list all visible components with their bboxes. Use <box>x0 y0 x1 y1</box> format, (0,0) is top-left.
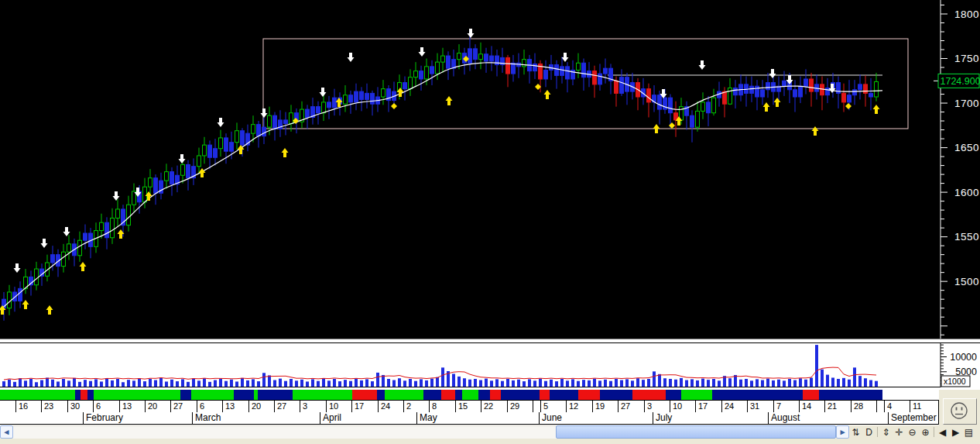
volume-pane-canvas[interactable]: 100005000x1000 <box>0 342 980 390</box>
pan-icon[interactable]: ✛ <box>893 426 906 439</box>
date-tick-cell: 17 <box>695 401 721 412</box>
month-separator <box>320 412 320 425</box>
month-separator <box>192 412 193 425</box>
chart-toolbar: ⇅D⇕✛⊖⊕◀▶▤ <box>849 425 980 439</box>
date-tick-cell: 12 <box>566 401 592 412</box>
month-label: May <box>420 412 437 425</box>
scrollbar-thumb[interactable] <box>556 425 836 439</box>
charting-application-window: 18001750170016501600155015001724.900 100… <box>0 0 980 444</box>
month-separator <box>83 412 84 425</box>
date-tick-cell: 16 <box>15 401 41 412</box>
date-tick-cell: 27 <box>618 401 644 412</box>
ribbon-segment <box>87 390 94 400</box>
ribbon-segment <box>578 390 600 400</box>
smiley-icon <box>944 399 975 422</box>
svg-text:1700: 1700 <box>954 98 979 109</box>
svg-text:1550: 1550 <box>954 231 979 243</box>
svg-text:1500: 1500 <box>954 276 979 287</box>
ribbon-segment <box>681 390 712 400</box>
date-tick-cell: 7 <box>773 401 799 412</box>
trend-ribbon <box>0 390 939 400</box>
date-tick-cell: 14 <box>799 401 824 412</box>
svg-text:1650: 1650 <box>954 142 979 153</box>
ribbon-segment <box>478 390 490 400</box>
ribbon-segment <box>75 390 81 400</box>
date-axis-row: 1623306132027613202731017242815222951219… <box>0 400 939 412</box>
ribbon-segment <box>803 390 819 400</box>
date-tick-cell: 10 <box>326 401 351 412</box>
horizontal-scrollbar-row: ◂ ▸ ⇅D⇕✛⊖⊕◀▶▤ <box>0 425 980 439</box>
date-tick-cell: 24 <box>721 401 747 412</box>
svg-text:1724.900: 1724.900 <box>941 76 980 87</box>
ribbon-segment <box>423 390 441 400</box>
menu-icon[interactable]: ▤ <box>962 426 975 439</box>
refresh-icon[interactable]: ⇅ <box>849 426 862 439</box>
date-tick-cell: 5 <box>540 401 566 412</box>
ribbon-segment <box>191 390 234 400</box>
svg-text:10000: 10000 <box>950 352 977 363</box>
ribbon-segment <box>81 390 87 400</box>
date-tick-cell: 8 <box>429 401 455 412</box>
price-chart-canvas[interactable]: 18001750170016501600155015001724.900 <box>0 0 980 339</box>
date-tick-cell: 10 <box>670 401 695 412</box>
status-strip <box>0 439 980 444</box>
svg-text:1800: 1800 <box>954 9 979 20</box>
toolbar-separator <box>877 427 878 437</box>
prev-icon[interactable]: ◀ <box>936 426 949 439</box>
ribbon-segment <box>600 390 632 400</box>
ribbon-segment <box>441 390 455 400</box>
next-icon[interactable]: ▶ <box>949 426 962 439</box>
ribbon-segment <box>550 390 578 400</box>
date-tick-cell: 3 <box>300 401 326 412</box>
ribbon-segment <box>540 390 550 400</box>
ribbon-segment <box>455 390 462 400</box>
scroll-right-button[interactable]: ▸ <box>836 425 849 439</box>
scroll-right-icon: ▸ <box>841 427 845 436</box>
date-tick-cell: 29 <box>507 401 533 412</box>
date-tick-cell: 27 <box>170 401 197 412</box>
month-label: March <box>195 412 221 425</box>
daily-interval-icon[interactable]: D <box>862 426 875 439</box>
month-separator <box>768 412 769 425</box>
date-tick-cell: 6 <box>93 401 119 412</box>
date-tick-cell: 3 <box>644 401 670 412</box>
toolbar-separator <box>934 427 934 437</box>
month-axis-row: FebruaryMarchAprilMayJuneJulyAugustSepte… <box>0 412 939 425</box>
date-tick-cell: 23 <box>41 401 67 412</box>
month-separator <box>539 412 540 425</box>
date-tick-cell: 2 <box>403 401 429 412</box>
date-tick-cell: 20 <box>145 401 170 412</box>
ribbon-segment <box>385 390 423 400</box>
svg-text:1750: 1750 <box>954 53 979 64</box>
ribbon-segment <box>377 390 385 400</box>
ribbon-segment <box>712 390 803 400</box>
ribbon-segment <box>0 390 75 400</box>
ribbon-segment <box>462 390 478 400</box>
month-label: February <box>86 412 123 425</box>
ribbon-segment <box>352 390 377 400</box>
ribbon-segment <box>666 390 681 400</box>
date-tick-cell <box>876 401 884 412</box>
svg-text:x1000: x1000 <box>944 377 966 386</box>
smiley-button[interactable] <box>943 398 977 425</box>
zoom-out-icon[interactable]: ⊖ <box>906 426 919 439</box>
ribbon-segment <box>258 390 293 400</box>
month-label: June <box>542 412 562 425</box>
date-tick-cell: 31 <box>747 401 773 412</box>
date-tick-cell <box>533 401 540 412</box>
fit-vertical-icon[interactable]: ⇕ <box>879 426 893 439</box>
date-tick-cell: 15 <box>455 401 481 412</box>
date-tick-cell: 4 <box>884 401 910 412</box>
date-tick-cell: 30 <box>67 401 93 412</box>
date-tick-cell: 28 <box>851 401 876 412</box>
ribbon-segment <box>490 390 501 400</box>
scroll-left-button[interactable]: ◂ <box>0 425 13 439</box>
month-label: April <box>323 412 341 425</box>
month-label: August <box>771 412 800 425</box>
ribbon-segment <box>180 390 191 400</box>
zoom-in-icon[interactable]: ⊕ <box>919 426 932 439</box>
month-label: July <box>656 412 672 425</box>
date-tick-cell: 11 <box>910 401 939 412</box>
ribbon-segment <box>819 390 882 400</box>
date-tick-cell: 27 <box>274 401 300 412</box>
